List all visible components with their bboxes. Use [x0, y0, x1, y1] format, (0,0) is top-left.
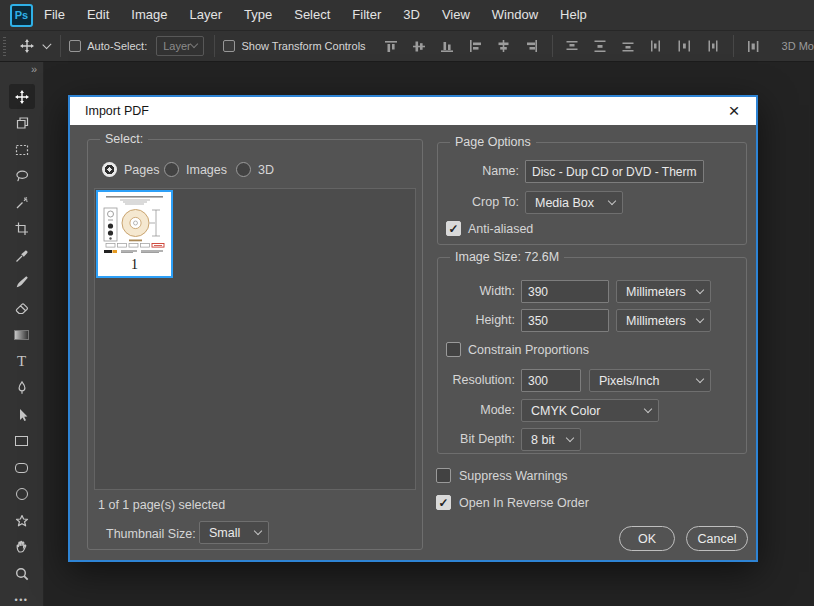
menu-image[interactable]: Image [120, 0, 178, 30]
constrain-proportions-checkbox[interactable] [446, 342, 461, 357]
chevron-down-icon [254, 526, 262, 534]
panel-collapse-button[interactable]: » [0, 62, 43, 75]
menu-layer[interactable]: Layer [179, 0, 234, 30]
menu-view[interactable]: View [431, 0, 481, 30]
height-input[interactable] [521, 309, 609, 332]
menu-help[interactable]: Help [549, 0, 598, 30]
menu-select[interactable]: Select [283, 0, 341, 30]
quick-selection-tool-button[interactable] [9, 190, 35, 215]
ellipse-tool-button[interactable] [9, 482, 35, 507]
menu-type[interactable]: Type [233, 0, 283, 30]
menu-file[interactable]: File [33, 0, 76, 30]
distribute-left-edges-icon[interactable] [649, 39, 664, 54]
chevron-down-icon [696, 285, 704, 293]
align-bottom-edges-icon[interactable] [440, 39, 455, 54]
menu-filter[interactable]: Filter [341, 0, 392, 30]
distribute-vertical-centers-icon[interactable] [593, 39, 608, 54]
align-horizontal-centers-icon[interactable] [496, 39, 511, 54]
reverse-order-checkbox[interactable]: ✓ [436, 495, 451, 510]
thumbnail-size-label: Thumbnail Size: [106, 527, 196, 541]
align-top-edges-icon[interactable] [384, 39, 399, 54]
separator [733, 35, 734, 57]
auto-select-target-dropdown[interactable]: Layer [156, 36, 204, 56]
auto-select-target-value: Layer [163, 40, 191, 52]
align-left-edges-icon[interactable] [468, 39, 483, 54]
height-unit-dropdown[interactable]: Millimeters [616, 309, 711, 332]
check-icon: ✓ [438, 496, 448, 510]
distribute-horizontal-centers-icon[interactable] [677, 39, 692, 54]
brush-tool-button[interactable] [9, 270, 35, 295]
separator [214, 35, 215, 57]
type-tool-button[interactable]: T [9, 349, 35, 374]
selection-arrow-icon [14, 407, 30, 423]
rectangular-marquee-tool-button[interactable] [9, 137, 35, 162]
anti-aliased-label: Anti-aliased [468, 222, 533, 236]
menu-window[interactable]: Window [481, 0, 549, 30]
gradient-icon [14, 330, 29, 340]
chevron-down-icon [644, 404, 652, 412]
images-radio[interactable] [164, 162, 179, 177]
mode-dropdown[interactable]: CMYK Color [521, 399, 659, 422]
align-vertical-centers-icon[interactable] [412, 39, 427, 54]
show-transform-checkbox[interactable] [223, 40, 235, 52]
auto-select-checkbox[interactable] [69, 40, 81, 52]
width-unit-dropdown[interactable]: Millimeters [616, 280, 711, 303]
eraser-icon [14, 301, 30, 317]
distribute-bottom-edges-icon[interactable] [621, 39, 636, 54]
thumbnail-size-dropdown[interactable]: Small [199, 521, 269, 544]
align-right-edges-icon[interactable] [524, 39, 539, 54]
menu-edit[interactable]: Edit [76, 0, 120, 30]
rounded-rectangle-tool-button[interactable] [9, 455, 35, 480]
page-options-group: Page Options Name: Crop To: Media Box ✓ … [437, 142, 747, 245]
tool-preset-chevron-icon[interactable] [42, 40, 51, 49]
menu-3d[interactable]: 3D [392, 0, 431, 30]
ok-button[interactable]: OK [619, 526, 675, 551]
pen-icon [14, 380, 30, 396]
quick-selection-icon [14, 195, 30, 211]
chevron-down-icon [696, 374, 704, 382]
dialog-titlebar[interactable]: Import PDF × [70, 97, 756, 125]
rectangle-tool-button[interactable] [9, 429, 35, 454]
chevron-down-icon [696, 314, 704, 322]
eraser-tool-button[interactable] [9, 296, 35, 321]
custom-shape-tool-button[interactable] [9, 508, 35, 533]
crop-to-dropdown[interactable]: Media Box [525, 191, 623, 214]
resolution-unit-dropdown[interactable]: Pixels/Inch [589, 369, 711, 392]
hand-tool-button[interactable] [9, 535, 35, 560]
3d-mode-label: 3D Mo [782, 40, 814, 52]
cancel-button[interactable]: Cancel [686, 526, 748, 551]
pen-tool-button[interactable] [9, 376, 35, 401]
bit-depth-dropdown[interactable]: 8 bit [521, 428, 581, 451]
marquee-icon [14, 142, 30, 158]
page-thumbnail[interactable]: 1 [96, 190, 173, 278]
artboard-tool-button[interactable] [9, 111, 35, 136]
tool-options-bar: Auto-Select: Layer Show Transform Contro… [0, 30, 814, 62]
options-bar-grip[interactable] [3, 36, 6, 56]
width-input[interactable] [521, 280, 609, 303]
close-button[interactable]: × [720, 97, 748, 125]
mode-value: CMYK Color [531, 404, 600, 418]
suppress-warnings-checkbox[interactable] [436, 468, 451, 483]
gradient-tool-button[interactable] [9, 323, 35, 348]
hand-icon [14, 539, 30, 555]
move-icon [14, 89, 30, 105]
path-selection-tool-button[interactable] [9, 402, 35, 427]
lasso-tool-button[interactable] [9, 164, 35, 189]
pages-radio[interactable] [102, 162, 117, 177]
width-label: Width: [438, 284, 515, 298]
distribute-top-edges-icon[interactable] [565, 39, 580, 54]
distribute-right-edges-icon[interactable] [705, 39, 720, 54]
eyedropper-tool-button[interactable] [9, 243, 35, 268]
resolution-input[interactable] [521, 369, 581, 392]
name-input[interactable] [525, 160, 704, 183]
3d-radio[interactable] [236, 162, 251, 177]
reverse-order-label: Open In Reverse Order [459, 496, 589, 510]
more-tools-button[interactable]: ••• [9, 588, 35, 606]
anti-aliased-checkbox[interactable]: ✓ [446, 221, 461, 236]
crop-tool-button[interactable] [9, 217, 35, 242]
move-tool-button[interactable] [9, 84, 35, 109]
show-transform-label: Show Transform Controls [241, 40, 365, 52]
distribute-spacing-icon[interactable] [746, 39, 761, 54]
zoom-tool-button[interactable] [9, 561, 35, 586]
select-group: Select: Pages Images 3D [87, 139, 423, 550]
